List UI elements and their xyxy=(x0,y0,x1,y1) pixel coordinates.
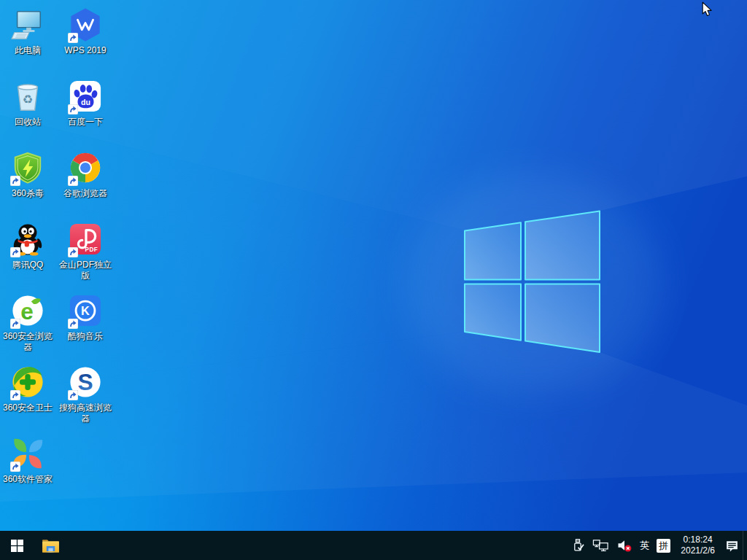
shortcut-arrow-icon xyxy=(68,390,78,400)
shortcut-arrow-icon xyxy=(68,319,78,329)
action-center-icon[interactable] xyxy=(721,531,743,560)
ime-pinyin-indicator[interactable]: 拼 xyxy=(653,531,674,560)
shortcut-arrow-icon xyxy=(10,176,20,186)
360-secure-browser-icon: e xyxy=(10,294,45,329)
desktop-icons: 此电脑 WPS 2019 ♻回收站 du 百度一下 360杀毒 谷歌浏览器 腾讯… xyxy=(0,0,747,560)
start-button[interactable] xyxy=(0,531,34,560)
desktop-icon-this-pc[interactable]: 此电脑 xyxy=(0,7,55,56)
desktop-icon-label: 金山PDF独立版 xyxy=(57,260,114,281)
360-antivirus-icon xyxy=(10,151,45,186)
svg-text:S: S xyxy=(77,370,93,396)
desktop[interactable]: 此电脑 WPS 2019 ♻回收站 du 百度一下 360杀毒 谷歌浏览器 腾讯… xyxy=(0,0,747,560)
clock-time: 0:18:24 xyxy=(684,534,713,545)
desktop-icon-label: 百度一下 xyxy=(57,117,114,128)
svg-text:e: e xyxy=(20,298,34,324)
shortcut-arrow-icon xyxy=(68,176,78,186)
desktop-icon-label: 360安全卫士 xyxy=(0,402,55,413)
chrome-icon xyxy=(68,151,103,186)
desktop-icon-360-software-manager[interactable]: 360软件管家 xyxy=(0,436,55,485)
desktop-icon-tencent-qq[interactable]: 腾讯QQ xyxy=(0,222,55,271)
shortcut-arrow-icon xyxy=(10,247,20,257)
desktop-icon-label: 搜狗高速浏览器 xyxy=(57,402,114,424)
desktop-icon-recycle-bin[interactable]: ♻回收站 xyxy=(0,79,55,128)
shortcut-arrow-icon xyxy=(68,33,78,43)
shortcut-arrow-icon xyxy=(10,462,20,472)
file-explorer-button[interactable] xyxy=(34,531,67,560)
windows-logo-icon xyxy=(11,540,23,552)
desktop-icon-chrome[interactable]: 谷歌浏览器 xyxy=(57,150,114,199)
desktop-icon-sogou-browser[interactable]: S 搜狗高速浏览器 xyxy=(57,365,114,424)
ime-pinyin-badge: 拼 xyxy=(657,539,670,553)
shortcut-arrow-icon xyxy=(68,104,78,114)
desktop-icon-kugou-music[interactable]: K 酷狗音乐 xyxy=(57,293,114,342)
desktop-icon-label: 回收站 xyxy=(0,117,55,128)
svg-text:PDF: PDF xyxy=(85,246,98,253)
mouse-cursor xyxy=(702,1,713,18)
wps-2019-icon xyxy=(68,8,103,43)
input-language-indicator[interactable]: 英 xyxy=(636,531,653,560)
recycle-bin-icon: ♻ xyxy=(10,79,45,114)
360-software-manager-icon xyxy=(10,437,45,472)
taskbar: 英 拼 0:18:24 2021/2/6 xyxy=(0,531,747,560)
desktop-icon-360-safeguard[interactable]: 360安全卫士 xyxy=(0,365,55,413)
svg-text:K: K xyxy=(81,304,90,317)
desktop-icon-label: 此电脑 xyxy=(0,45,55,56)
svg-text:♻: ♻ xyxy=(23,93,34,106)
desktop-icon-360-secure-browser[interactable]: e 360安全浏览器 xyxy=(0,293,55,353)
desktop-icon-label: 酷狗音乐 xyxy=(57,331,114,342)
desktop-icon-baidu[interactable]: du 百度一下 xyxy=(57,79,114,128)
desktop-icon-360-antivirus[interactable]: 360杀毒 xyxy=(0,150,55,199)
kingsoft-pdf-icon: PDF xyxy=(68,222,103,257)
this-pc-icon xyxy=(10,8,45,43)
desktop-icon-label: 腾讯QQ xyxy=(0,260,55,271)
sogou-browser-icon: S xyxy=(68,365,103,400)
shortcut-arrow-icon xyxy=(10,390,20,400)
360-safeguard-icon xyxy=(10,365,45,400)
shortcut-arrow-icon xyxy=(68,247,78,257)
usb-safely-remove-icon[interactable] xyxy=(567,531,589,560)
volume-muted-icon[interactable] xyxy=(613,531,636,560)
kugou-music-icon: K xyxy=(68,294,103,329)
desktop-icon-label: 谷歌浏览器 xyxy=(57,188,114,199)
show-desktop-button[interactable] xyxy=(743,531,747,560)
folder-icon xyxy=(42,538,60,553)
desktop-icon-kingsoft-pdf[interactable]: PDF 金山PDF独立版 xyxy=(57,222,114,281)
network-icon[interactable] xyxy=(589,531,613,560)
desktop-icon-label: 360杀毒 xyxy=(0,188,55,199)
tencent-qq-icon xyxy=(10,222,45,257)
clock-date: 2021/2/6 xyxy=(681,545,715,556)
taskbar-clock[interactable]: 0:18:24 2021/2/6 xyxy=(674,531,721,560)
svg-text:du: du xyxy=(81,98,90,106)
system-tray: 英 拼 0:18:24 2021/2/6 xyxy=(567,531,747,560)
desktop-icon-label: 360软件管家 xyxy=(0,474,55,485)
shortcut-arrow-icon xyxy=(10,319,20,329)
desktop-icon-label: WPS 2019 xyxy=(57,45,114,56)
desktop-icon-wps-2019[interactable]: WPS 2019 xyxy=(57,7,114,56)
taskbar-empty-area[interactable] xyxy=(67,531,567,560)
baidu-icon: du xyxy=(68,79,103,114)
desktop-icon-label: 360安全浏览器 xyxy=(0,331,55,353)
